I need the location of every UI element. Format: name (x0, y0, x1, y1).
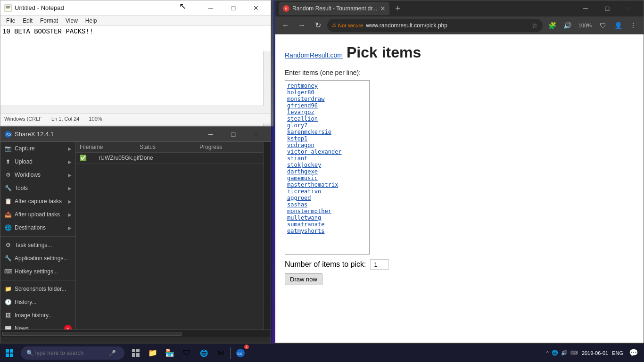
mail-button[interactable]: ✉ (213, 346, 228, 361)
history-icon: 🕐 (4, 298, 12, 306)
draw-button[interactable]: Draw now (285, 273, 322, 285)
sidebar-item-workflows[interactable]: ⚙ Workflows ▶ (0, 168, 75, 181)
sidebar-item-task-settings[interactable]: ⚙ Task settings... (0, 239, 75, 252)
sidebar-item-hotkey-settings[interactable]: ⌨ Hotkey settings... (0, 265, 75, 278)
list-item[interactable]: mulletwang (287, 214, 367, 221)
notepad-close-button[interactable]: ✕ (245, 0, 267, 16)
back-button[interactable]: ← (279, 19, 292, 32)
sharex-vertical-scrollbar[interactable] (263, 142, 271, 329)
notepad-minimize-button[interactable]: ─ (200, 0, 222, 16)
taskbar-search-bar[interactable]: 🔍 🎤 (21, 346, 124, 360)
zoom-indicator[interactable]: 100% (576, 19, 594, 32)
extensions-icon[interactable]: 🧩 (545, 19, 559, 32)
chrome-button[interactable]: 🌐 (196, 346, 211, 361)
sharex-taskbar-button[interactable]: SX 1 (233, 346, 248, 361)
notepad-menu-format[interactable]: Format (36, 16, 62, 26)
hotkey-settings-icon: ⌨ (4, 268, 12, 275)
network-tray-icon[interactable]: 🌐 (552, 350, 558, 356)
table-row[interactable]: ✅ rUWZru05Gk.gif Done (76, 153, 263, 164)
sidebar-item-screenshots-folder[interactable]: 📁 Screenshots folder... (0, 282, 75, 296)
list-item[interactable]: levargoz (287, 109, 367, 115)
profile-icon[interactable]: 👤 (611, 19, 625, 32)
list-item[interactable]: stiant (287, 155, 367, 162)
sidebar-item-destinations[interactable]: 🌐 Destinations ▶ (0, 221, 75, 234)
notepad-menu-edit[interactable]: Edit (19, 16, 36, 26)
browser-maximize-button[interactable]: □ (596, 1, 618, 16)
list-item[interactable]: kstop1 (287, 135, 367, 142)
list-item[interactable]: darthgexe (287, 168, 367, 175)
notepad-menu-help[interactable]: Help (82, 16, 101, 26)
sharex-horizontal-scrollbar[interactable] (0, 329, 271, 337)
list-item[interactable]: karenmckersie (287, 129, 367, 135)
list-item[interactable]: gfriend96 (287, 102, 367, 109)
start-button[interactable] (0, 344, 19, 362)
list-item[interactable]: gamemusic (287, 175, 367, 181)
microphone-icon[interactable]: 🎤 (109, 350, 116, 356)
list-item[interactable]: ilcreativo (287, 188, 367, 195)
notepad-menu-file[interactable]: File (2, 16, 19, 26)
sharex-table-header: Filename Status Progress (76, 142, 263, 153)
notepad-maximize-button[interactable]: □ (223, 0, 244, 16)
notepad-horizontal-scrollbar[interactable] (0, 106, 264, 113)
up-arrow-icon[interactable]: ^ (546, 350, 549, 356)
file-explorer-button[interactable]: 📁 (145, 346, 160, 361)
sidebar-item-upload[interactable]: ⬆ Upload ▶ (0, 155, 75, 168)
list-item[interactable]: victor-alexander (287, 148, 367, 155)
notification-button[interactable]: 💬 (627, 346, 640, 360)
star-bookmark-icon[interactable]: ☆ (532, 22, 538, 29)
sharex-minimize-button[interactable]: ─ (200, 127, 222, 142)
sharex-close-button[interactable]: ✕ (245, 127, 267, 142)
browser-new-tab-button[interactable]: + (391, 2, 405, 15)
list-item[interactable]: monsterdraw (287, 96, 367, 102)
sidebar-item-news[interactable]: 📰 News + (0, 322, 75, 329)
list-item[interactable]: glory7 (287, 122, 367, 129)
address-text: www.randomresult.com/pick.php (366, 22, 529, 29)
items-list-container[interactable]: rentmoneyholger80monsterdrawgfriend96lev… (285, 80, 370, 255)
list-item[interactable]: sashas (287, 201, 367, 208)
refresh-button[interactable]: ↻ (311, 19, 324, 32)
browser-tab-active[interactable]: R Random Result - Tournament dr... ✕ (279, 2, 389, 15)
shield-icon[interactable]: 🛡 (596, 19, 610, 32)
list-item[interactable]: eatmyshorts (287, 228, 367, 234)
volume-tray-icon[interactable]: 🔊 (561, 350, 568, 356)
browser-minimize-button[interactable]: ─ (575, 1, 596, 16)
after-upload-icon: 📤 (4, 211, 12, 218)
menu-icon[interactable]: ⋮ (627, 19, 640, 32)
keyboard-tray-icon[interactable]: ⌨ (570, 350, 578, 356)
list-item[interactable]: vcdragon (287, 142, 367, 148)
address-bar[interactable]: ⚠ Not secure www.randomresult.com/pick.p… (327, 19, 543, 32)
list-item[interactable]: masterthematrix (287, 181, 367, 188)
sharex-body: 📷 Capture ▶ ⬆ Upload ▶ ⚙ Workflows ▶ 🔧 T… (0, 142, 271, 329)
sidebar-item-history[interactable]: 🕐 History... (0, 296, 75, 309)
sidebar-item-after-upload[interactable]: 📤 After upload tasks ▶ (0, 208, 75, 221)
sidebar-item-after-capture[interactable]: 📋 After capture tasks ▶ (0, 195, 75, 208)
task-view-button[interactable] (128, 346, 143, 361)
notepad-menu-bar: File Edit Format View Help (0, 16, 271, 26)
list-item[interactable]: stokjockey (287, 162, 367, 168)
site-name-link[interactable]: RandomResult.com (285, 51, 343, 59)
notepad-vertical-scrollbar[interactable] (263, 51, 271, 139)
notepad-text-area[interactable]: 10 BETA BOOSTER PACKS!! (0, 26, 271, 113)
list-item[interactable]: rentmoney (287, 82, 367, 89)
list-item[interactable]: sumatranate (287, 221, 367, 228)
list-item[interactable]: monstermother (287, 208, 367, 214)
browser-close-button[interactable]: ✕ (618, 1, 640, 16)
store-button[interactable]: 🏪 (162, 346, 177, 361)
sidebar-item-app-settings[interactable]: 🔧 Application settings... (0, 252, 75, 265)
system-clock[interactable]: 2019-06-01 (582, 350, 608, 356)
sharex-maximize-button[interactable]: □ (223, 127, 244, 142)
forward-button[interactable]: → (295, 19, 308, 32)
sharex-app-icon: SX (4, 131, 12, 138)
sidebar-item-image-history[interactable]: 🖼 Image history... (0, 309, 75, 322)
search-input[interactable] (33, 350, 109, 356)
notepad-menu-view[interactable]: View (62, 16, 82, 26)
volume-icon[interactable]: 🔊 (561, 19, 574, 32)
browser-tab-close-button[interactable]: ✕ (380, 5, 386, 12)
sidebar-item-capture[interactable]: 📷 Capture ▶ (0, 142, 75, 155)
list-item[interactable]: steallion (287, 115, 367, 122)
list-item[interactable]: holger80 (287, 89, 367, 96)
sidebar-item-tools[interactable]: 🔧 Tools ▶ (0, 181, 75, 195)
list-item[interactable]: aggroed (287, 195, 367, 201)
number-input[interactable] (370, 259, 389, 270)
security-taskbar-button[interactable]: 🛡 (179, 346, 194, 361)
